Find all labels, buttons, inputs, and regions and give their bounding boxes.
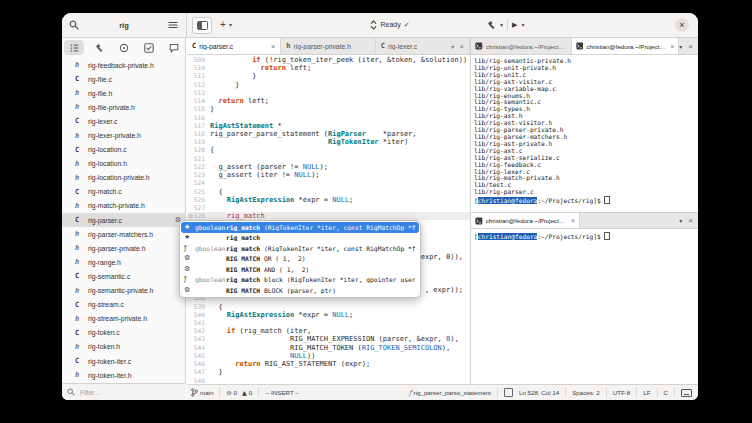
file-row-rig-token-iter.c[interactable]: Crig-token-iter.c xyxy=(62,354,186,368)
layout-button[interactable] xyxy=(504,388,513,397)
file-row-rig-file-private.h[interactable]: hrig-file-private.h xyxy=(62,100,186,114)
cursor-position[interactable]: Ln 528, Col 14 xyxy=(519,389,559,396)
line-number[interactable]: 548 xyxy=(187,377,210,384)
editor-tab-rig-parser.c[interactable]: Crig-parser.c× xyxy=(187,38,281,54)
line-number[interactable]: 521 xyxy=(187,155,210,163)
line-number[interactable]: 544 xyxy=(187,344,210,352)
file-row-rig-match-private.h[interactable]: hrig-match-private.h xyxy=(62,199,186,213)
build-hammer-icon[interactable] xyxy=(486,20,496,30)
tab-close-icon[interactable]: × xyxy=(459,42,464,51)
build-status-omnibar[interactable]: Ready ✓ xyxy=(358,18,422,31)
tab-dropdown-icon[interactable]: ▾ xyxy=(451,43,454,50)
code-line[interactable]: 548 xyxy=(187,377,470,384)
code-line[interactable]: 518rig_parser_parse_statement (RigParser… xyxy=(187,130,470,138)
line-number[interactable]: 520 xyxy=(187,146,210,154)
code-line[interactable]: 543 RIG_MATCH_EXPRESSION (parser, &expr,… xyxy=(187,335,470,343)
code-line[interactable]: 521 xyxy=(187,155,470,163)
completion-row[interactable]: ★rig_match xyxy=(181,233,419,244)
sidebar-pane-project-tree[interactable] xyxy=(64,40,84,55)
panel-toggle-button[interactable] xyxy=(192,17,212,34)
line-number[interactable]: 546 xyxy=(187,360,210,368)
line-number[interactable]: 524 xyxy=(187,179,210,187)
current-symbol[interactable]: ƒ rig_parser_parse_statement xyxy=(409,389,491,397)
panel-close-icon[interactable]: × xyxy=(688,42,693,51)
line-number[interactable]: 511 xyxy=(187,72,210,80)
code-line[interactable]: 523 g_assert (iter != NULL); xyxy=(187,171,470,179)
line-number[interactable]: 517 xyxy=(187,122,210,130)
code-line[interactable]: 526 RigAstExpression *expr = NULL; xyxy=(187,196,470,204)
line-number[interactable]: 522 xyxy=(187,163,210,171)
sidebar-pane-todo-icon[interactable] xyxy=(139,40,159,55)
run-play-icon[interactable]: ▶ xyxy=(512,21,517,29)
line-number[interactable]: 541 xyxy=(187,319,210,327)
code-line[interactable]: 509 if (!rig_token_iter_peek (iter, &tok… xyxy=(187,56,470,64)
line-number[interactable]: 542 xyxy=(187,327,210,335)
code-line[interactable]: 512 } xyxy=(187,81,470,89)
completion-row[interactable]: ƒgbooleanrig_match (RigTokenIter *iter, … xyxy=(181,243,419,254)
line-number[interactable]: 514 xyxy=(187,97,210,105)
file-row-rig-range.h[interactable]: hrig-range.h xyxy=(62,255,186,269)
line-number[interactable]: 526 xyxy=(187,196,210,204)
file-row-rig-parser-private.h[interactable]: hrig-parser-private.h xyxy=(62,241,186,255)
code-line[interactable]: 522 g_assert (parser != NULL); xyxy=(187,163,470,171)
file-row-rig-lexer-private.h[interactable]: hrig-lexer-private.h xyxy=(62,128,186,142)
line-number[interactable]: 540 xyxy=(187,311,210,319)
file-row-rig-location-private.h[interactable]: hrig-location-private.h xyxy=(62,171,186,185)
code-line[interactable]: 510 return left; xyxy=(187,64,470,72)
terminal-tab[interactable]: christian@fedora:~/Projects/rig× xyxy=(572,38,680,54)
file-row-rig-file.c[interactable]: Crig-file.c xyxy=(62,72,186,86)
line-ending-setting[interactable]: LF xyxy=(643,389,650,396)
filter-input[interactable] xyxy=(78,388,174,397)
line-number[interactable]: 525 xyxy=(187,188,210,196)
diagnostics-indicator[interactable]: ⊖0 ▲0 xyxy=(226,389,252,396)
sidebar-pane-chat-icon[interactable] xyxy=(164,40,184,55)
file-row-rig-token.h[interactable]: hrig-token.h xyxy=(62,340,186,354)
panel-close-icon[interactable]: × xyxy=(688,216,693,225)
line-number[interactable]: 510 xyxy=(187,64,210,72)
line-number[interactable]: 547 xyxy=(187,368,210,376)
line-number[interactable]: 527 xyxy=(187,204,210,212)
editor-tab-rig-parser-private.h[interactable]: hrig-parser-private.h xyxy=(281,38,375,54)
terminal-tab[interactable]: christian@fedora:~/Projects/rig× xyxy=(471,213,580,228)
line-number[interactable]: 519 xyxy=(187,138,210,146)
line-number[interactable]: 518 xyxy=(187,130,210,138)
terminal-output-bottom[interactable]: [christian@fedora:~/Projects/rig]$ xyxy=(471,230,698,292)
file-row-rig-file.h[interactable]: hrig-file.h xyxy=(62,86,186,100)
code-line[interactable]: 517RigAstStatement * xyxy=(187,122,470,130)
line-number[interactable]: 539 xyxy=(187,303,210,311)
file-row-rig-token-iter.h[interactable]: hrig-token-iter.h xyxy=(62,368,186,382)
line-number[interactable]: 543 xyxy=(187,335,210,343)
file-row-rig-parser-matchers.h[interactable]: hrig-parser-matchers.h xyxy=(62,227,186,241)
code-line[interactable]: 544 RIG_MATCH_TOKEN (RIG_TOKEN_SEMICOLON… xyxy=(187,344,470,352)
file-row-rig-semantic.c[interactable]: Crig-semantic.c xyxy=(62,269,186,283)
branch-indicator[interactable]: main xyxy=(191,388,213,397)
line-number[interactable]: 512 xyxy=(187,81,210,89)
sidebar-pane-build-icon[interactable] xyxy=(89,40,109,55)
file-row-rig-lexer.c[interactable]: Crig-lexer.c xyxy=(62,114,186,128)
run-caret-icon[interactable]: ▾ xyxy=(521,21,524,28)
code-line[interactable]: 511 } xyxy=(187,72,470,80)
sidebar-pane-globe-icon[interactable] xyxy=(114,40,134,55)
tab-list-caret-icon[interactable]: ▾ xyxy=(679,43,682,50)
chevron-down-icon[interactable]: ▾ xyxy=(229,21,232,28)
terminal-tab[interactable]: christian@fedora:~/Projects/rig xyxy=(471,38,572,54)
file-row-rig-location.h[interactable]: hrig-location.h xyxy=(62,157,186,171)
code-line[interactable]: 516 xyxy=(187,114,470,122)
editor-tab-rig-lexer.c[interactable]: Crig-lexer.c▾× xyxy=(376,38,470,54)
file-row-rig-location.c[interactable]: Crig-location.c xyxy=(62,143,186,157)
code-line[interactable]: 547 } xyxy=(187,368,470,376)
completion-row[interactable]: ⚙RIG_MATCH_AND (_1, _2) xyxy=(181,264,419,275)
code-line[interactable]: 515} xyxy=(187,105,470,113)
line-number[interactable]: 545 xyxy=(187,352,210,360)
completion-row[interactable]: ƒgbooleanrig_match_block (RigTokenIter *… xyxy=(181,275,419,286)
file-row-rig-match.c[interactable]: Crig-match.c xyxy=(62,185,186,199)
window-close-button[interactable]: × xyxy=(675,18,689,32)
code-line[interactable]: 545 NULL)) xyxy=(187,352,470,360)
language-setting[interactable]: C xyxy=(664,389,668,396)
file-row-rig-token.c[interactable]: Crig-token.c xyxy=(62,326,186,340)
code-line[interactable]: 539 { xyxy=(187,303,470,311)
tab-close-icon[interactable]: × xyxy=(571,217,575,224)
line-number[interactable]: 523 xyxy=(187,171,210,179)
line-number[interactable]: 515 xyxy=(187,105,210,113)
line-number[interactable]: 509 xyxy=(187,56,210,64)
